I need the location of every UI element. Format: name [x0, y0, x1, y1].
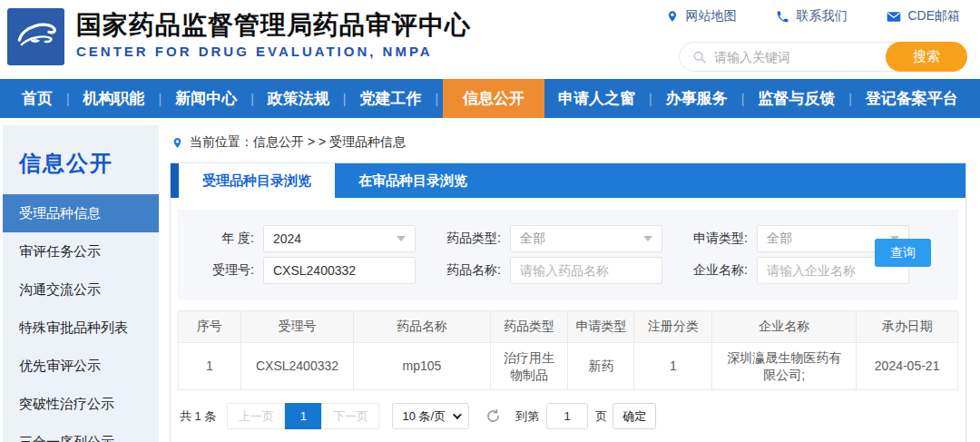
- site-search-button[interactable]: 搜索: [886, 42, 967, 72]
- acceptance-no-label: 受理号:: [194, 262, 254, 279]
- table-header-row: 序号 受理号 药品名称 药品类型 申请类型 注册分类 企业名称 承办日期: [179, 311, 958, 343]
- contact-label: 联系我们: [796, 8, 847, 25]
- filter-panel: 年 度: 2024 药品类型: 全部 申请类型: 全部: [178, 210, 958, 300]
- drug-name-label: 药品名称:: [441, 262, 501, 279]
- main-nav: 首页| 机构职能| 新闻中心| 政策法规| 党建工作| 信息公开 申请人之窗| …: [0, 79, 980, 118]
- nav-item-party[interactable]: 党建工作: [350, 79, 430, 118]
- page-number-button[interactable]: 1: [285, 403, 321, 429]
- header-links: 网站地图 联系我们 CDE邮箱: [666, 8, 960, 25]
- col-header-registration-class: 注册分类: [634, 311, 712, 343]
- nav-item-registration-platform[interactable]: 登记备案平台: [857, 79, 967, 118]
- drug-name-input[interactable]: [510, 257, 662, 284]
- sidebar-item-special-approval[interactable]: 特殊审批品种列表: [3, 309, 159, 347]
- chevron-down-icon: [397, 236, 406, 241]
- nav-item-applicant[interactable]: 申请人之窗: [549, 79, 644, 118]
- contact-link[interactable]: 联系我们: [776, 8, 847, 25]
- year-select-value: 2024: [273, 231, 301, 246]
- nav-separator: |: [159, 79, 162, 118]
- company-name-label: 企业名称:: [688, 262, 748, 279]
- site-search-input[interactable]: [714, 50, 879, 64]
- cell-index: 1: [179, 343, 241, 390]
- search-icon: [692, 50, 707, 64]
- cell-registration-class: 1: [634, 343, 712, 390]
- sidebar-item-accepted-varieties[interactable]: 受理品种信息: [3, 194, 159, 232]
- location-pin-icon: [666, 9, 679, 24]
- drug-type-select-value: 全部: [520, 231, 545, 247]
- tab-bar: 受理品种目录浏览 在审品种目录浏览: [171, 163, 965, 198]
- chevron-down-icon: [453, 410, 462, 419]
- cell-drug-name: mp105: [354, 343, 490, 390]
- sidebar-item-communication[interactable]: 沟通交流公示: [3, 270, 159, 309]
- prev-page-button[interactable]: 上一页: [227, 403, 285, 429]
- sidebar-item-breakthrough-therapy[interactable]: 突破性治疗公示: [3, 385, 159, 423]
- mailbox-link[interactable]: CDE邮箱: [887, 8, 960, 25]
- query-button[interactable]: 查询: [875, 239, 931, 267]
- location-pin-icon: [172, 136, 183, 150]
- drug-type-label: 药品类型:: [441, 231, 501, 247]
- breadcrumb: 当前位置：信息公开 > > 受理品种信息: [172, 134, 966, 151]
- cell-date: 2024-05-21: [857, 343, 958, 390]
- chevron-down-icon: [643, 236, 652, 241]
- goto-page-prefix: 到第: [515, 408, 539, 425]
- cell-drug-type: 治疗用生物制品: [490, 343, 568, 390]
- cell-acceptance-no: CXSL2400332: [240, 343, 354, 390]
- site-subtitle: CENTER FOR DRUG EVALUATION, NMPA: [76, 44, 471, 59]
- nav-separator: |: [848, 79, 852, 118]
- goto-page-input[interactable]: [546, 403, 588, 429]
- col-header-company: 企业名称: [712, 311, 857, 343]
- sidebar-title: 信息公开: [3, 125, 159, 194]
- mailbox-label: CDE邮箱: [907, 8, 960, 25]
- col-header-date: 承办日期: [857, 311, 958, 343]
- sidebar-item-three-in-one[interactable]: 三合一序列公示: [3, 423, 159, 442]
- page-size-value: 10 条/页: [402, 408, 446, 425]
- nav-item-info-disclosure[interactable]: 信息公开: [443, 79, 544, 118]
- goto-confirm-button[interactable]: 确定: [612, 403, 656, 429]
- nav-item-news[interactable]: 新闻中心: [166, 79, 246, 118]
- sidebar-item-priority-review[interactable]: 优先审评公示: [3, 347, 159, 385]
- year-select[interactable]: 2024: [263, 225, 416, 252]
- nav-item-services[interactable]: 办事服务: [657, 79, 737, 118]
- next-page-button[interactable]: 下一页: [321, 403, 379, 429]
- phone-icon: [776, 10, 789, 24]
- tab-under-review-catalog[interactable]: 在审品种目录浏览: [335, 163, 491, 198]
- col-header-index: 序号: [179, 311, 241, 343]
- nav-item-policies[interactable]: 政策法规: [259, 79, 338, 118]
- nav-separator: |: [435, 79, 438, 118]
- site-title: 国家药品监督管理局药品审评中心: [76, 10, 471, 41]
- breadcrumb-text: 当前位置：信息公开 > > 受理品种信息: [190, 134, 406, 151]
- cell-apply-type: 新药: [568, 343, 634, 390]
- table-row: 1 CXSL2400332 mp105 治疗用生物制品 新药 1 深圳瀛晟生物医…: [179, 343, 958, 390]
- nav-item-supervision[interactable]: 监督与反馈: [749, 79, 844, 118]
- main-content: 当前位置：信息公开 > > 受理品种信息 受理品种目录浏览 在审品种目录浏览 年…: [170, 125, 966, 442]
- tab-accepted-catalog[interactable]: 受理品种目录浏览: [179, 163, 335, 198]
- col-header-apply-type: 申请类型: [568, 311, 634, 343]
- apply-type-select-value: 全部: [767, 231, 792, 247]
- goto-page-suffix: 页: [595, 408, 607, 425]
- nav-separator: |: [741, 79, 745, 118]
- nav-item-home[interactable]: 首页: [13, 79, 62, 118]
- year-label: 年 度:: [194, 231, 254, 247]
- site-header: 国家药品监督管理局药品审评中心 CENTER FOR DRUG EVALUATI…: [0, 0, 980, 79]
- sidebar: 信息公开 受理品种信息 审评任务公示 沟通交流公示 特殊审批品种列表 优先审评公…: [3, 125, 159, 442]
- tab-bar-accent: [171, 163, 179, 198]
- col-header-drug-name: 药品名称: [354, 311, 490, 343]
- refresh-icon[interactable]: [485, 408, 501, 424]
- nav-separator: |: [250, 79, 254, 118]
- pagination-total: 共 1 条: [180, 408, 216, 425]
- cell-company: 深圳瀛晟生物医药有限公司;: [712, 343, 857, 390]
- page-size-select[interactable]: 10 条/页: [392, 403, 469, 429]
- envelope-icon: [887, 11, 901, 23]
- sitemap-link[interactable]: 网站地图: [666, 8, 736, 25]
- nav-separator: |: [649, 79, 652, 118]
- content-panel: 受理品种目录浏览 在审品种目录浏览 年 度: 2024 药品类型: 全部 申请类…: [170, 162, 966, 442]
- pagination: 共 1 条 上一页 1 下一页 10 条/页 到第 页 确定: [180, 403, 958, 431]
- cde-logo-emblem: [13, 14, 60, 61]
- sitemap-label: 网站地图: [685, 8, 736, 25]
- drug-type-select[interactable]: 全部: [510, 225, 662, 252]
- acceptance-no-input[interactable]: [263, 257, 416, 284]
- apply-type-label: 申请类型:: [688, 231, 748, 247]
- sidebar-item-review-tasks[interactable]: 审评任务公示: [3, 232, 159, 270]
- nav-separator: |: [343, 79, 347, 118]
- nav-item-functions[interactable]: 机构职能: [74, 79, 154, 118]
- col-header-acceptance-no: 受理号: [240, 311, 354, 343]
